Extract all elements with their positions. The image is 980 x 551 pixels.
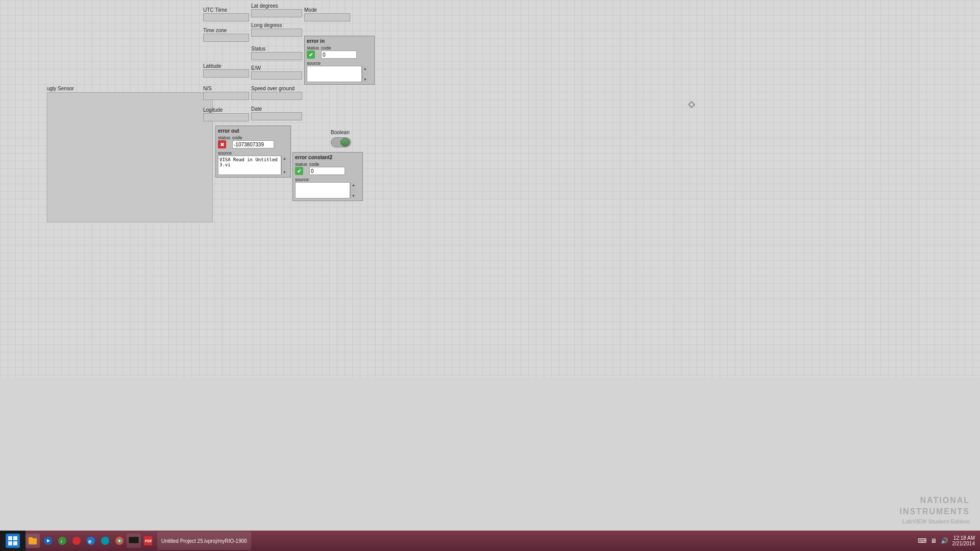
taskbar-project-label[interactable]: Untitled Project 25.lvproj/myRIO-1900 <box>157 532 251 550</box>
error-in-source-scrollbar[interactable]: ▲ ▼ <box>362 66 368 82</box>
date-input[interactable] <box>251 112 302 120</box>
boolean-group: Boolean <box>331 130 351 147</box>
error-out-source-textarea[interactable]: VISA Read in Untitled 3.vi <box>218 156 281 175</box>
error-out-code-label: code <box>232 135 288 140</box>
taskbar-chrome-icon[interactable] <box>112 534 127 548</box>
taskbar-pdf-icon[interactable]: PDF <box>141 534 155 548</box>
svg-rect-4 <box>29 538 37 544</box>
svg-rect-2 <box>8 541 12 545</box>
mode-input[interactable] <box>304 13 350 21</box>
tray-volume-icon[interactable]: 🔊 <box>941 537 948 544</box>
svg-rect-3 <box>13 541 17 545</box>
taskbar-tv-icon[interactable] <box>127 534 141 548</box>
error-in-row: status ✔ code <box>307 45 372 59</box>
error-out-status-icon: ✖ <box>218 140 226 148</box>
ew-group: E/W <box>251 65 302 80</box>
speed-group: Speed over ground <box>251 86 302 100</box>
taskbar-date: 2/21/2014 <box>952 541 975 546</box>
error-constant2-row: status ✔ code <box>295 162 360 175</box>
scroll-up-icon2[interactable]: ▲ <box>283 157 286 160</box>
logitude-label: Logitude <box>203 107 249 113</box>
ew-input[interactable] <box>251 71 302 80</box>
status-input[interactable] <box>251 52 302 60</box>
status-label: Status <box>251 46 302 52</box>
utc-time-input[interactable] <box>203 13 249 21</box>
windows-icon <box>6 534 20 548</box>
date-group: Date <box>251 106 302 120</box>
ni-logo-line1: NATIONAL <box>899 495 970 506</box>
ni-logo: NATIONAL INSTRUMENTS LabVIEW Student Edi… <box>899 495 970 525</box>
error-constant2-status-label: status <box>295 162 307 167</box>
taskbar-red-icon[interactable] <box>69 534 84 548</box>
error-out-title: error out <box>218 128 288 134</box>
speed-label: Speed over ground <box>251 86 302 91</box>
ugly-sensor-block: ugly Sensor <box>47 86 213 223</box>
error-constant2-source-scrollbar[interactable]: ▲ ▼ <box>350 182 356 198</box>
error-in-code-label: code <box>321 45 372 51</box>
svg-point-10 <box>72 537 81 545</box>
taskbar-explorer-icon[interactable] <box>26 534 40 548</box>
taskbar-clock: 12:18 AM 2/21/2014 <box>952 535 975 546</box>
long-degrees-group: Long degress <box>251 22 302 37</box>
date-label: Date <box>251 106 302 112</box>
lat-degrees-label: Lat degrees <box>251 3 302 9</box>
error-constant2-code-label: code <box>309 162 360 167</box>
latitude-group: Latitude <box>203 63 249 78</box>
scroll-up-icon[interactable]: ▲ <box>363 67 367 70</box>
lat-degrees-input[interactable] <box>251 9 302 17</box>
error-out-source-scrollbar[interactable]: ▲ ▼ <box>281 156 287 175</box>
time-zone-label: Time zone <box>203 28 249 33</box>
logitude-group: Logitude <box>203 107 249 121</box>
svg-text:e: e <box>88 538 91 544</box>
ni-logo-line3: LabVIEW Student Edition <box>899 518 970 525</box>
error-out-row: status ✖ code <box>218 135 288 148</box>
error-in-status-label: status <box>307 45 319 51</box>
error-in-source-label: source <box>307 61 372 66</box>
mode-group: Mode <box>304 7 350 21</box>
taskbar-circle-icon[interactable] <box>98 534 112 548</box>
boolean-toggle[interactable] <box>331 137 351 147</box>
taskbar-time: 12:18 AM <box>952 535 975 541</box>
long-degrees-input[interactable] <box>251 29 302 37</box>
taskbar: ♪ e <box>0 531 980 551</box>
latitude-label: Latitude <box>203 63 249 69</box>
taskbar-music-icon[interactable]: ♪ <box>55 534 69 548</box>
latitude-input[interactable] <box>203 69 249 78</box>
error-in-source-textarea[interactable] <box>307 66 362 82</box>
taskbar-media-icon[interactable] <box>41 534 55 548</box>
error-in-status-icon: ✔ <box>307 51 315 59</box>
time-zone-input[interactable] <box>203 34 249 42</box>
svg-point-13 <box>101 537 109 545</box>
svg-rect-1 <box>13 536 17 540</box>
tray-network-icon[interactable]: 🖥 <box>930 537 937 544</box>
error-in-title: error in <box>307 38 372 44</box>
error-constant2-cluster: error constant2 status ✔ code source ▲ ▼ <box>292 152 363 201</box>
ns-input[interactable] <box>203 92 249 100</box>
error-in-code-input[interactable] <box>321 51 357 59</box>
error-constant2-source-label: source <box>295 177 360 182</box>
error-constant2-code-input[interactable] <box>309 167 345 175</box>
time-zone-group: Time zone <box>203 28 249 42</box>
utc-time-label: UTC Tiime <box>203 7 249 13</box>
scroll-down-icon[interactable]: ▼ <box>363 78 367 81</box>
error-constant2-title: error constant2 <box>295 155 360 160</box>
status-group: Status <box>251 46 302 60</box>
logitude-input[interactable] <box>203 113 249 121</box>
speed-input[interactable] <box>251 92 302 100</box>
svg-rect-19 <box>129 537 138 543</box>
error-out-code-input[interactable] <box>232 140 274 148</box>
error-constant2-status-icon: ✔ <box>295 167 303 175</box>
taskbar-items: ♪ e <box>26 531 913 551</box>
svg-rect-20 <box>132 544 135 545</box>
svg-point-17 <box>118 540 120 542</box>
tray-keyboard-icon[interactable]: ⌨ <box>918 537 926 544</box>
error-constant2-source-textarea[interactable] <box>295 182 350 198</box>
taskbar-tray: ⌨ 🖥 🔊 12:18 AM 2/21/2014 <box>913 531 981 551</box>
scroll-down-icon3[interactable]: ▼ <box>352 194 355 197</box>
start-button[interactable] <box>0 531 26 551</box>
long-degrees-label: Long degress <box>251 22 302 28</box>
boolean-label: Boolean <box>331 130 351 135</box>
scroll-down-icon2[interactable]: ▼ <box>283 170 286 174</box>
scroll-up-icon3[interactable]: ▲ <box>352 183 355 187</box>
taskbar-ie-icon[interactable]: e <box>84 534 98 548</box>
